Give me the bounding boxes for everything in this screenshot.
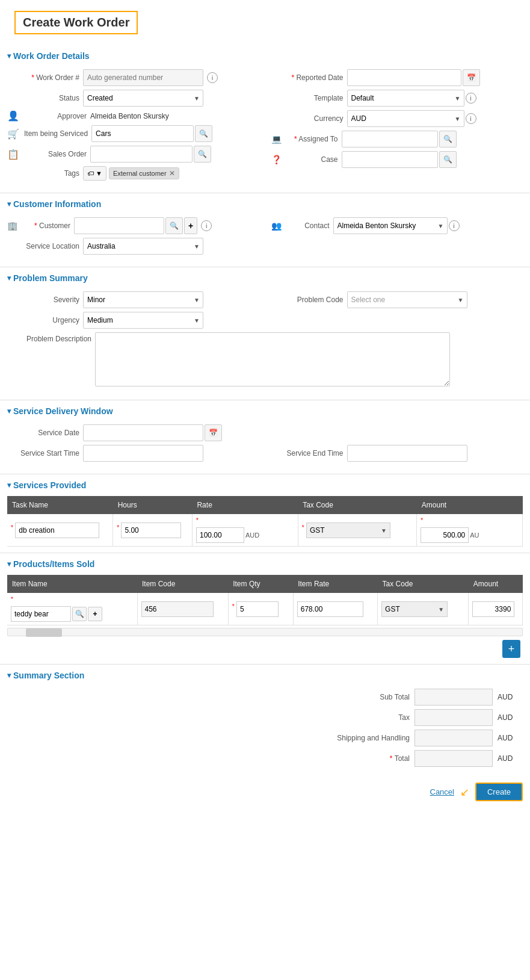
total-currency: AUD xyxy=(498,754,516,763)
item-name-input[interactable] xyxy=(11,606,71,622)
service-end-time-label: Service End Time xyxy=(271,449,344,457)
item-serviced-icon: 🛒 xyxy=(7,128,19,140)
tag-remove-button[interactable]: ✕ xyxy=(169,169,175,178)
item-code-cell xyxy=(137,593,228,625)
search-icon: 🔍 xyxy=(170,222,179,230)
item-tax-code-select[interactable]: GST xyxy=(381,601,448,617)
hours-input[interactable] xyxy=(121,523,181,538)
col-amount: Amount xyxy=(469,575,523,593)
case-label: Case xyxy=(286,155,338,164)
problem-description-row: Problem Description xyxy=(7,332,523,386)
total-input[interactable]: 3457.80 xyxy=(414,750,493,767)
item-tax-code-cell: GST ▼ xyxy=(378,593,469,625)
contact-icon: 👥 xyxy=(271,221,282,231)
customer-info-icon[interactable]: i xyxy=(201,220,212,231)
problem-code-row: Problem Code Select one ▼ xyxy=(271,291,523,308)
case-search-button[interactable]: 🔍 xyxy=(439,151,457,168)
footer: Cancel ↙ Create xyxy=(0,777,530,807)
tags-row: Tags 🏷 ▼ External customer ✕ xyxy=(7,166,259,181)
severity-select[interactable]: Minor Major Critical xyxy=(83,291,203,308)
service-location-select[interactable]: Australia USA UK xyxy=(83,238,203,255)
reported-date-label: Reported Date xyxy=(271,73,344,82)
service-start-time-input[interactable]: 10:00 AM xyxy=(83,445,203,462)
customer-icon: 🏢 xyxy=(7,221,17,231)
item-name-search-button[interactable]: 🔍 xyxy=(72,607,87,621)
rate-input[interactable] xyxy=(196,527,244,543)
customer-input[interactable]: Dreamland Bowl xyxy=(74,217,164,234)
table-row: * 🔍 + * xyxy=(7,593,523,625)
currency-row: Currency AUD USD EUR ▼ i xyxy=(271,110,523,127)
item-amount-input[interactable] xyxy=(472,601,514,617)
template-info-icon[interactable]: i xyxy=(466,93,476,104)
customer-add-button[interactable]: + xyxy=(184,217,197,234)
sub-total-input[interactable]: 3390.00 xyxy=(414,689,493,706)
rate-cell: * AUD xyxy=(192,514,298,547)
sub-total-label: Sub Total xyxy=(313,693,410,701)
work-order-info-icon[interactable]: i xyxy=(207,72,218,83)
severity-label: Severity xyxy=(7,296,79,304)
currency-select[interactable]: AUD USD EUR xyxy=(347,110,464,127)
create-button[interactable]: Create xyxy=(475,783,523,801)
service-start-time-row: Service Start Time 10:00 AM xyxy=(7,445,259,462)
contact-info-icon[interactable]: i xyxy=(449,220,460,231)
scrollbar-thumb[interactable] xyxy=(26,628,62,637)
search-icon: 🔍 xyxy=(443,135,452,143)
shipping-row: Shipping and Handling 0.00 AUD xyxy=(7,730,523,746)
assigned-to-search-button[interactable]: 🔍 xyxy=(439,131,457,147)
status-select[interactable]: Created In Progress Completed Cancelled xyxy=(83,90,203,107)
assigned-to-input[interactable]: Katie Dustin xyxy=(342,131,438,147)
currency-info-icon[interactable]: i xyxy=(466,113,476,124)
customer-information-header[interactable]: Customer Information xyxy=(7,199,523,209)
reported-date-row: Reported Date 22/12/2016 📅 xyxy=(271,69,523,86)
services-provided-header[interactable]: Services Provided xyxy=(7,480,523,490)
tag-dropdown-button[interactable]: 🏷 ▼ xyxy=(83,166,106,181)
problem-code-select[interactable]: Select one xyxy=(347,291,467,308)
add-product-button[interactable]: + xyxy=(502,640,520,658)
tax-input[interactable]: 67.80 xyxy=(414,709,493,726)
contact-select[interactable]: Almeida Benton Skursky xyxy=(333,217,448,234)
col-amount: Amount xyxy=(417,496,523,514)
cancel-button[interactable]: Cancel xyxy=(430,787,454,796)
search-icon: 🔍 xyxy=(75,610,84,618)
severity-row: Severity Minor Major Critical ▼ xyxy=(7,291,259,308)
reported-date-calendar-button[interactable]: 📅 xyxy=(463,69,480,86)
work-order-number-input[interactable] xyxy=(83,69,203,86)
item-code-input[interactable] xyxy=(141,601,214,617)
problem-description-label: Problem Description xyxy=(7,332,91,343)
reported-date-input[interactable]: 22/12/2016 xyxy=(347,69,461,86)
sales-order-search-button[interactable]: 🔍 xyxy=(194,146,211,163)
customer-search-button[interactable]: 🔍 xyxy=(165,217,183,234)
service-delivery-section: Service Delivery Window Service Date 22/… xyxy=(7,406,523,468)
sub-total-row: Sub Total 3390.00 AUD xyxy=(7,689,523,706)
contact-row: 👥 Contact Almeida Benton Skursky ▼ i xyxy=(271,217,523,234)
service-delivery-header[interactable]: Service Delivery Window xyxy=(7,406,523,416)
item-name-add-button[interactable]: + xyxy=(88,607,102,621)
template-select[interactable]: Default xyxy=(347,90,464,107)
arrow-icon: ↙ xyxy=(460,786,469,799)
task-name-input[interactable] xyxy=(15,523,99,538)
tax-code-select[interactable]: GST xyxy=(306,523,390,538)
products-items-sold-header[interactable]: Products/Items Sold xyxy=(7,559,523,569)
problem-summary-header[interactable]: Problem Summary xyxy=(7,273,523,283)
item-serviced-search-button[interactable]: 🔍 xyxy=(195,125,212,142)
horizontal-scrollbar[interactable] xyxy=(7,628,523,636)
problem-description-textarea[interactable] xyxy=(95,332,450,386)
amount-input[interactable] xyxy=(421,527,469,543)
service-date-calendar-button[interactable]: 📅 xyxy=(205,424,222,441)
urgency-select[interactable]: Low Medium High xyxy=(83,312,203,329)
item-rate-input[interactable] xyxy=(297,601,363,617)
service-end-time-input[interactable]: 10:00 PM xyxy=(347,445,467,462)
total-label: Total xyxy=(313,754,410,763)
item-serviced-row: 🛒 Item being Serviced 🔍 xyxy=(7,125,259,142)
service-date-input[interactable]: 22/12/2016 xyxy=(83,424,203,441)
summary-section-header[interactable]: Summary Section xyxy=(7,671,523,680)
case-input[interactable]: 7 xyxy=(342,151,438,168)
work-order-details-header[interactable]: Work Order Details xyxy=(7,51,523,61)
rate-currency: AUD xyxy=(245,532,259,539)
item-qty-input[interactable] xyxy=(236,601,279,617)
problem-code-label: Problem Code xyxy=(271,296,344,304)
shipping-input[interactable]: 0.00 xyxy=(414,730,493,746)
customer-row: 🏢 Customer Dreamland Bowl 🔍 + i xyxy=(7,217,259,234)
sales-order-input[interactable]: 1000 xyxy=(90,146,193,163)
item-serviced-input[interactable] xyxy=(91,125,194,142)
